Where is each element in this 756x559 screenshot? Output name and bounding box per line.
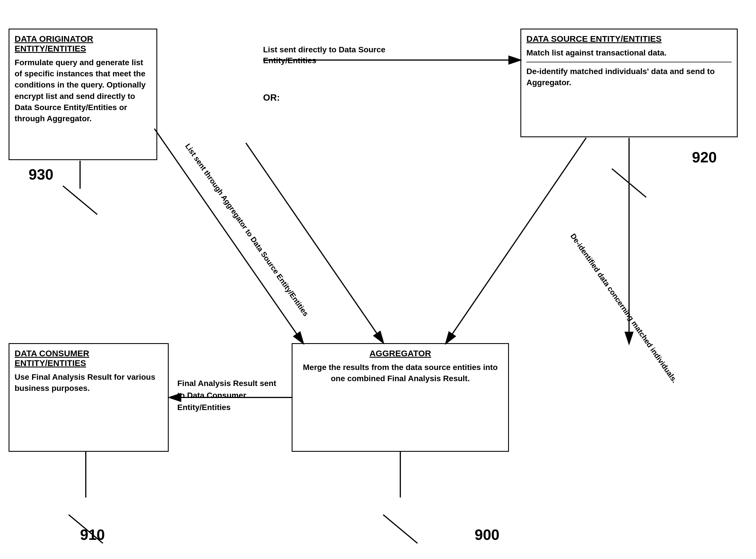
svg-line-13 [612,169,646,197]
label-direct: List sent directly to Data Source Entity… [263,44,423,66]
data-originator-body: Formulate query and generate list of spe… [15,57,151,124]
number-900: 900 [475,526,499,543]
data-consumer-body: Use Final Analysis Result for various bu… [15,372,163,394]
svg-line-14 [63,186,97,215]
data-originator-box: DATA ORIGINATOR ENTITY/ENTITIES Formulat… [8,29,157,160]
aggregator-body: Merge the results from the data source e… [298,362,503,384]
label-de-identified: De-identified data concerning matched in… [569,232,638,326]
data-source-box: DATA SOURCE ENTITY/ENTITIES Match list a… [520,29,738,137]
number-910: 910 [80,526,105,543]
data-source-section2: De-identify matched individuals' data an… [527,66,732,88]
data-source-section1: Match list against transactional data. [527,47,732,58]
data-consumer-title: DATA CONSUMER ENTITY/ENTITIES [15,349,163,368]
svg-line-4 [154,129,303,343]
data-source-title: DATA SOURCE ENTITY/ENTITIES [527,34,732,44]
label-through-aggregator: List sent through Aggregator to Data Sou… [183,142,263,250]
number-930: 930 [28,166,53,183]
svg-line-6 [446,138,586,343]
label-final-analysis: Final Analysis Result sent to Data Consu… [177,377,280,413]
data-consumer-box: DATA CONSUMER ENTITY/ENTITIES Use Final … [8,343,169,452]
data-originator-title: DATA ORIGINATOR ENTITY/ENTITIES [15,34,151,53]
label-or: OR: [263,91,280,104]
aggregator-box: AGGREGATOR Merge the results from the da… [292,343,509,452]
aggregator-title: AGGREGATOR [298,349,503,358]
number-920: 920 [692,149,717,166]
svg-line-12 [383,515,418,543]
svg-line-16 [246,143,383,342]
